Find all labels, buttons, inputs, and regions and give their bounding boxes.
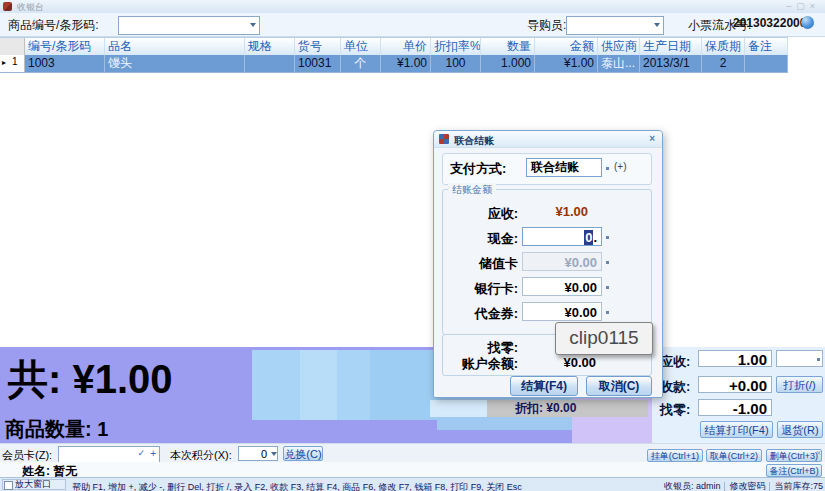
payment-panel: 应收: 1.00 收款: +0.00 打折(/) 找零: -1.00 结算打印(…	[652, 347, 825, 443]
dlg-bank-card-input[interactable]: ¥0.00	[522, 277, 602, 296]
retrieve-order-button[interactable]: 取单(Ctrl+2)	[706, 449, 762, 462]
chevron-down-icon[interactable]	[606, 311, 609, 314]
cell-note	[745, 55, 788, 72]
cash-suffix: .	[593, 230, 597, 245]
dialog-title-bar[interactable]: 联合结账 ×	[434, 131, 662, 148]
col-header[interactable]: 折扣率%	[431, 38, 481, 55]
cell-unit: 个	[341, 55, 381, 72]
payment-method-combobox[interactable]: 联合结账	[526, 158, 602, 177]
col-header[interactable]: 保质期	[702, 38, 745, 55]
chevron-down-icon[interactable]	[606, 286, 609, 289]
chevron-down-icon[interactable]	[606, 167, 609, 170]
cell-discount-rate: 100	[431, 55, 481, 72]
settle-print-button[interactable]: 结算打印(F4)	[700, 421, 773, 438]
change-password-link[interactable]: 修改密码	[729, 480, 765, 491]
col-header[interactable]: 货号	[295, 38, 341, 55]
chevron-down-icon[interactable]	[271, 452, 277, 456]
cell-shelf-life: 2	[702, 55, 745, 72]
guide-label: 导购员:	[527, 17, 566, 34]
restore-icon[interactable]: ▢	[796, 1, 810, 11]
chevron-down-icon[interactable]	[606, 236, 609, 239]
table-row[interactable]: ▸ 1 1003 馒头 10031 个 ¥1.00 100 1.000 ¥1.0…	[0, 55, 788, 73]
selected-text: 0	[584, 230, 593, 245]
discount-button[interactable]: 打折(/)	[776, 376, 823, 393]
product-code-input[interactable]	[118, 16, 260, 35]
item-count: 商品数量: 1	[5, 416, 108, 443]
note-button[interactable]: 备注(Ctrl+B)	[766, 464, 822, 477]
col-header[interactable]: 数量	[481, 38, 535, 55]
dlg-receivable-label: 应收:	[448, 205, 518, 223]
add-payment-button[interactable]: (+)	[614, 161, 627, 172]
points-label: 本次积分(X):	[170, 448, 232, 463]
product-code-label: 商品编号/条形码:	[8, 17, 99, 34]
panel-decoration	[252, 350, 437, 420]
zoom-window-toggle[interactable]: 放大窗口	[2, 479, 66, 490]
dlg-cash-input[interactable]: 0.	[522, 227, 602, 246]
plus-icon[interactable]: +	[150, 448, 156, 459]
zoom-window-label: 放大窗口	[15, 479, 51, 489]
panel-decoration	[430, 400, 487, 417]
refresh-badge-icon[interactable]	[801, 16, 814, 29]
col-header[interactable]: 生产日期	[640, 38, 702, 55]
receivable-label: 应收:	[660, 353, 690, 371]
cell-prod-date: 2013/3/1	[640, 55, 702, 72]
dlg-balance-value: ¥0.00	[526, 353, 596, 372]
return-goods-button[interactable]: 退货(R)	[777, 421, 823, 438]
col-header[interactable]: 品名	[105, 38, 245, 55]
col-header[interactable]: 编号/条形码	[25, 38, 105, 55]
status-bar: 放大窗口 帮助 F1, 增加 +, 减少 -, 删行 Del, 打折 /, 录入…	[0, 477, 825, 491]
dlg-voucher-input[interactable]: ¥0.00	[522, 302, 602, 321]
tooltip: clip0115	[555, 322, 653, 355]
dlg-cash-label: 现金:	[448, 230, 518, 248]
cell-code: 1003	[25, 55, 105, 72]
dlg-bank-card-label: 银行卡:	[448, 280, 518, 298]
cancel-button[interactable]: 取消(C)	[586, 376, 652, 396]
dialog-title: 联合结账	[454, 134, 494, 148]
change-label: 找零:	[660, 401, 690, 419]
cell-price: ¥1.00	[381, 55, 431, 72]
payment-type-combobox[interactable]	[776, 350, 823, 367]
chevron-down-icon[interactable]	[250, 23, 256, 27]
redeem-button[interactable]: 兑换(C)	[283, 446, 323, 461]
received-field[interactable]: +0.00	[698, 376, 772, 393]
chevron-down-icon[interactable]	[654, 23, 660, 27]
guide-combobox[interactable]	[566, 16, 664, 35]
dlg-balance-label: 账户余额:	[440, 355, 518, 373]
col-header[interactable]: 供应商	[598, 38, 640, 55]
close-icon[interactable]: ×	[649, 133, 655, 144]
settlement-amount-title: 结账金额	[448, 183, 496, 197]
change-field[interactable]: -1.00	[698, 399, 772, 416]
delete-order-button[interactable]: 删单(Ctrl+3)	[766, 449, 822, 462]
col-header[interactable]: 单价	[381, 38, 431, 55]
close-icon[interactable]: ×	[816, 448, 821, 458]
dlg-stored-card-label: 储值卡	[448, 255, 518, 273]
cell-name: 馒头	[105, 55, 245, 72]
receivable-field[interactable]: 1.00	[698, 350, 772, 367]
member-name-row: 姓名: 暂无	[0, 462, 825, 477]
current-stock: 当前库存:75	[774, 480, 823, 491]
close-icon[interactable]: ×	[810, 1, 820, 11]
cell-item-no: 10031	[295, 55, 341, 72]
hold-order-button[interactable]: 挂单(Ctrl+1)	[647, 449, 703, 462]
minimize-icon[interactable]: –	[786, 1, 796, 11]
cashier-info: 收银员: admin	[664, 480, 721, 491]
member-card-input[interactable]: ✓ +	[58, 446, 160, 463]
combined-settlement-dialog: 联合结账 × 支付方式: 联合结账 (+) 结账金额 应收: ¥1.00 现金:…	[433, 130, 663, 398]
dlg-receivable-value: ¥1.00	[522, 202, 602, 221]
cell-qty: 1.000	[481, 55, 535, 72]
row-gutter: ▸ 1	[0, 55, 25, 72]
member-card-label: 会员卡(Z):	[2, 448, 52, 463]
col-header[interactable]: 金额	[535, 38, 598, 55]
received-label: 收款:	[660, 378, 690, 396]
col-header[interactable]: 单位	[341, 38, 381, 55]
row-number: 1	[12, 56, 18, 67]
col-header[interactable]: 备注	[745, 38, 788, 55]
settle-button[interactable]: 结算(F4)	[510, 376, 578, 396]
dlg-stored-card-input: ¥0.00	[522, 252, 602, 271]
checkbox-icon[interactable]	[4, 481, 13, 490]
shortcut-help: 帮助 F1, 增加 +, 减少 -, 删行 Del, 打折 /, 录入 F2, …	[72, 481, 522, 491]
col-header[interactable]: 规格	[245, 38, 295, 55]
cell-amount: ¥1.00	[535, 55, 598, 72]
check-icon: ✓	[137, 448, 145, 458]
chevron-down-icon	[606, 261, 609, 264]
